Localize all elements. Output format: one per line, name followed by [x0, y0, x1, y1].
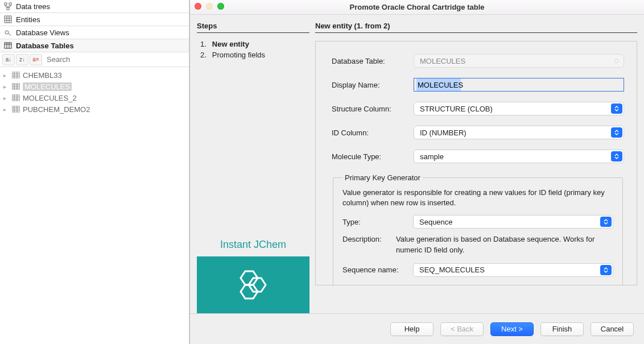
svg-rect-1: [9, 3, 11, 5]
titlebar: Promote Oracle Choral Cartridge table: [190, 0, 644, 15]
svg-rect-5: [5, 43, 11, 48]
structure-column-select[interactable]: STRUCTURE (CLOB): [414, 102, 624, 115]
database-table-select[interactable]: MOLECULES: [414, 54, 624, 68]
molecule-type-value: sample: [420, 152, 444, 161]
step-item: 1. New entity: [197, 39, 309, 49]
step-label: New entity: [212, 40, 249, 48]
database-table-label: Database Table:: [332, 57, 404, 65]
pkg-type-label: Type:: [342, 218, 405, 226]
tree-item[interactable]: ▸ MOLECULES: [1, 81, 188, 92]
brand-banner: [197, 256, 309, 313]
table-tree: ▸ CHEMBL33 ▸ MOLECULES ▸ MOLECULES_2 ▸ P…: [0, 67, 189, 117]
group-intro: Value generator is responsible for creat…: [342, 188, 613, 208]
caret-icon: ▸: [3, 84, 9, 90]
structure-column-value: STRUCTURE (CLOB): [420, 105, 493, 113]
sidebar: Data trees Entities Database Views Datab…: [0, 0, 189, 344]
display-name-label: Display Name:: [332, 81, 404, 89]
sort-asc-button[interactable]: a↓: [2, 54, 15, 65]
step-label: Promoting fields: [212, 51, 265, 59]
id-column-value: ID (NUMBER): [420, 129, 467, 137]
chevron-updown-icon: [611, 103, 622, 114]
chevron-updown-icon: [611, 151, 622, 161]
next-button[interactable]: Next >: [490, 322, 534, 336]
back-button[interactable]: < Back: [440, 322, 484, 336]
sort-desc-button[interactable]: z↓: [16, 54, 28, 65]
brand-label: Instant JChem: [197, 239, 309, 256]
chevron-updown-icon: [600, 265, 612, 275]
database-table-value: MOLECULES: [420, 57, 465, 65]
molecule-type-select[interactable]: sample: [414, 150, 624, 163]
finish-button[interactable]: Finish: [540, 322, 584, 336]
form-panel: Database Table: MOLECULES Display Name: …: [315, 41, 637, 285]
tree-item[interactable]: ▸ MOLECULES_2: [1, 92, 188, 103]
table-icon: [3, 41, 13, 50]
svg-rect-0: [5, 3, 7, 5]
caret-icon: ▸: [3, 95, 9, 101]
tree-label: MOLECULES: [23, 82, 72, 91]
tree-label: MOLECULES_2: [23, 94, 77, 102]
id-column-select[interactable]: ID (NUMBER): [414, 126, 624, 139]
table-icon: [11, 71, 20, 80]
tree-icon: [3, 2, 13, 11]
step-item: 2. Promoting fields: [197, 49, 309, 60]
caret-icon: ▸: [3, 106, 9, 113]
grid-icon: [3, 15, 13, 24]
table-icon: [11, 105, 20, 114]
table-icon: [11, 93, 20, 102]
pkg-type-value: Sequence: [419, 218, 453, 226]
nav-label: Data trees: [16, 2, 50, 11]
hexagon-logo-icon: [235, 269, 271, 301]
tree-item[interactable]: ▸ CHEMBL33: [1, 69, 188, 81]
nav-db-tables[interactable]: Database Tables: [0, 39, 189, 52]
cancel-button[interactable]: Cancel: [591, 322, 634, 336]
pkg-desc-label: Description:: [342, 234, 393, 255]
svg-point-4: [5, 31, 9, 34]
wizard-dialog: Promote Oracle Choral Cartridge table St…: [189, 0, 644, 344]
search-toolbar: a↓ z↓ a×: [0, 52, 189, 67]
form-heading: New entity (1. from 2): [315, 22, 637, 33]
group-legend: Primary Key Generator: [342, 173, 423, 182]
nav-entities[interactable]: Entities: [0, 13, 189, 26]
view-icon: [3, 28, 13, 37]
chevron-updown-icon: [600, 217, 612, 227]
molecule-type-label: Molecule Type:: [332, 152, 404, 161]
nav-label: Database Tables: [16, 42, 74, 50]
pkg-sequence-select[interactable]: SEQ_MOLECULES: [413, 263, 613, 277]
structure-column-label: Structure Column:: [332, 105, 404, 113]
nav-label: Database Views: [16, 28, 69, 37]
tree-label: PUBCHEM_DEMO2: [23, 105, 90, 114]
nav-db-views[interactable]: Database Views: [0, 26, 189, 39]
id-column-label: ID Column:: [332, 129, 404, 137]
primary-key-generator-group: Primary Key Generator Value generator is…: [333, 173, 623, 285]
pkg-sequence-value: SEQ_MOLECULES: [419, 266, 485, 274]
svg-rect-2: [7, 7, 9, 10]
clear-filter-button[interactable]: a×: [30, 54, 42, 65]
display-name-input[interactable]: [414, 78, 624, 92]
pkg-type-select[interactable]: Sequence: [413, 215, 613, 229]
nav-label: Entities: [16, 15, 40, 24]
chevron-updown-icon: [611, 127, 622, 138]
tree-label: CHEMBL33: [23, 71, 62, 80]
table-icon: [11, 82, 20, 91]
window-title: Promote Oracle Choral Cartridge table: [190, 3, 644, 11]
nav-data-trees[interactable]: Data trees: [0, 0, 189, 13]
steps-heading: Steps: [197, 22, 309, 33]
window-zoom-button[interactable]: [217, 3, 224, 10]
pkg-desc-value: Value generation is based on Database se…: [396, 234, 613, 255]
window-close-button[interactable]: [195, 3, 201, 10]
caret-icon: ▸: [3, 72, 9, 78]
dialog-footer: Help < Back Next > Finish Cancel: [190, 313, 644, 344]
pkg-seq-label: Sequence name:: [342, 266, 405, 274]
steps-list: 1. New entity 2. Promoting fields: [197, 39, 309, 60]
tree-item[interactable]: ▸ PUBCHEM_DEMO2: [1, 103, 188, 115]
search-input[interactable]: [43, 53, 187, 65]
window-minimize-button[interactable]: [206, 3, 213, 10]
help-button[interactable]: Help: [390, 322, 434, 336]
svg-rect-3: [5, 16, 11, 23]
